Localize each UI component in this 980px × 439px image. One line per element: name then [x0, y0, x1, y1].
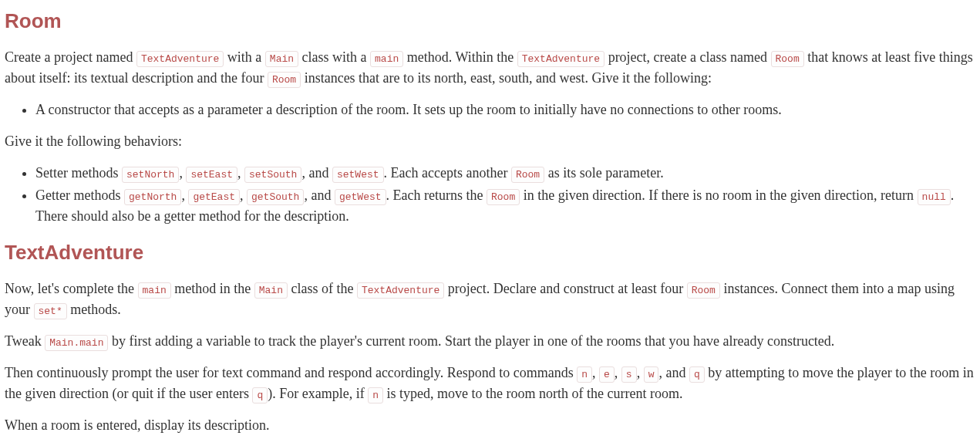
textadventure-p1: Now, let's complete the main method in t… [5, 279, 975, 320]
text: Setter methods [35, 165, 122, 181]
code-inline: Main [254, 282, 288, 299]
text: class with a [298, 49, 370, 65]
text: , and [658, 365, 689, 380]
text: is typed, move to the room north of the … [383, 386, 682, 401]
text: ). For example, if [268, 386, 368, 401]
text: Tweak [5, 333, 45, 349]
text: as its sole parameter. [544, 165, 663, 181]
text: project. Declare and construct at least … [444, 281, 686, 296]
text: , [237, 165, 244, 181]
code-inline: TextAdventure [357, 282, 444, 299]
code-inline: n [577, 366, 592, 383]
code-inline: e [599, 366, 615, 383]
text: Getter methods [35, 187, 124, 203]
text: methods. [67, 302, 121, 317]
code-inline: Room [268, 72, 301, 88]
text: by first adding a variable to track the … [108, 333, 834, 349]
text: , and [304, 187, 335, 203]
code-inline: TextAdventure [517, 51, 605, 67]
code-inline: getSouth [247, 189, 304, 205]
code-inline: getWest [335, 189, 386, 205]
text: . Each accepts another [384, 165, 511, 181]
text: in the given direction. If there is no r… [520, 187, 917, 203]
text: , [240, 187, 247, 203]
code-inline: Main.main [45, 335, 108, 351]
code-inline: setNorth [122, 167, 179, 183]
textadventure-p4: When a room is entered, display its desc… [5, 415, 975, 436]
text: . Each returns the [386, 187, 487, 203]
code-inline: setEast [186, 167, 237, 183]
code-inline: Main [265, 51, 298, 67]
code-inline: q [689, 366, 705, 383]
code-inline: Room [487, 189, 520, 205]
text: class of the [288, 281, 357, 296]
text: , [592, 365, 599, 380]
code-inline: main [138, 282, 171, 299]
code-inline: Room [687, 282, 720, 299]
code-inline: getEast [188, 189, 240, 205]
heading-textadventure: TextAdventure [5, 238, 975, 268]
text: with a [224, 49, 265, 65]
room-p2: Give it the following behaviors: [5, 131, 975, 152]
code-inline: set* [34, 303, 67, 319]
text: instances that are to its north, east, s… [301, 70, 712, 86]
list-item: A constructor that accepts as a paramete… [35, 100, 975, 120]
room-p1: Create a project named TextAdventure wit… [5, 47, 975, 89]
code-inline: w [644, 366, 659, 383]
code-inline: TextAdventure [136, 51, 224, 67]
code-inline: setSouth [244, 167, 301, 183]
room-list2: Setter methods setNorth, setEast, setSou… [5, 163, 975, 227]
textadventure-p3: Then continuously prompt the user for te… [5, 363, 975, 404]
text: , [615, 365, 621, 380]
text: method in the [171, 281, 254, 296]
code-inline: null [918, 189, 951, 205]
code-inline: n [368, 387, 383, 404]
text: Now, let's complete the [5, 281, 138, 296]
heading-room: Room [5, 6, 975, 36]
text: Create a project named [5, 49, 136, 65]
list-item: Getter methods getNorth, getEast, getSou… [35, 185, 975, 227]
room-list1: A constructor that accepts as a paramete… [5, 100, 975, 120]
code-inline: Room [771, 51, 804, 67]
code-inline: main [370, 51, 403, 67]
text: method. Within the [403, 49, 517, 65]
code-inline: q [252, 387, 268, 404]
textadventure-p2: Tweak Main.main by first adding a variab… [5, 331, 975, 352]
text: , [637, 365, 644, 380]
code-inline: Room [511, 167, 544, 183]
text: , and [301, 165, 332, 181]
code-inline: setWest [332, 167, 384, 183]
text: Then continuously prompt the user for te… [5, 365, 577, 380]
text: project, create a class named [605, 49, 770, 65]
code-inline: s [621, 366, 637, 383]
list-item: Setter methods setNorth, setEast, setSou… [35, 163, 975, 184]
code-inline: getNorth [124, 189, 181, 205]
